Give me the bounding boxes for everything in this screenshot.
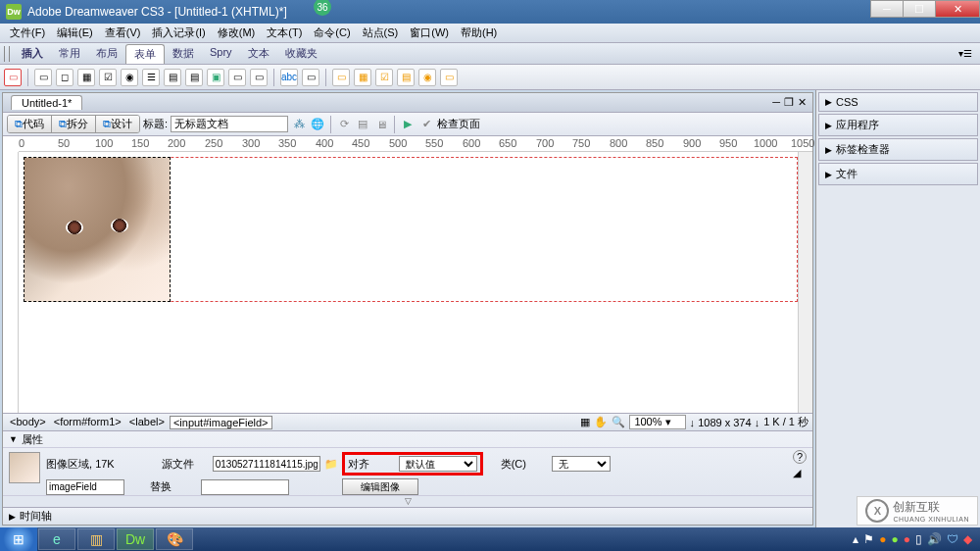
image-field-selected[interactable] — [24, 157, 171, 302]
properties-header[interactable]: ▼ 属性 — [3, 431, 812, 448]
image-icon[interactable]: ▣ — [207, 69, 224, 86]
view-code-button[interactable]: ⧉代码 — [8, 116, 52, 132]
check-page-label[interactable]: 检查页面 — [437, 117, 480, 131]
spry5-icon[interactable]: ◉ — [418, 69, 436, 86]
visual-icon[interactable]: ▶ — [400, 117, 416, 132]
design-canvas[interactable] — [3, 152, 812, 413]
menu-help[interactable]: 帮助(H) — [455, 25, 503, 40]
radio-icon[interactable]: ◉ — [121, 69, 138, 86]
radiogroup-icon[interactable]: ☰ — [142, 69, 160, 86]
task-paint-icon[interactable]: 🎨 — [156, 528, 193, 550]
tray-c-icon[interactable]: ● — [904, 532, 910, 546]
doc-minimize-icon[interactable]: ─ — [772, 96, 780, 109]
notification-badge[interactable]: 36 — [314, 0, 331, 16]
minimize-button[interactable]: ─ — [870, 0, 904, 18]
tray-safe-icon[interactable]: 🛡 — [947, 532, 958, 546]
menu-modify[interactable]: 修改(M) — [212, 25, 262, 40]
folder-icon[interactable]: 📁 — [324, 458, 338, 471]
tray-b-icon[interactable]: ● — [892, 532, 899, 546]
panel-css[interactable]: ▶CSS — [818, 92, 978, 112]
zoom-tool-icon[interactable]: 🔍 — [612, 416, 625, 428]
task-dreamweaver-icon[interactable]: Dw — [117, 528, 154, 550]
name-input[interactable] — [46, 479, 124, 495]
tray-g-icon[interactable]: ◆ — [963, 532, 972, 546]
task-explorer-icon[interactable]: ▥ — [77, 528, 115, 550]
timeline-collapse-icon[interactable]: ▶ — [9, 512, 16, 522]
refresh-icon[interactable]: ⟳ — [336, 117, 352, 132]
tag-form[interactable]: <form#form1> — [51, 416, 124, 429]
task-ie-icon[interactable]: e — [38, 528, 75, 550]
close-button[interactable]: ✕ — [935, 0, 980, 18]
view-design-button[interactable]: ⧉设计 — [96, 116, 139, 132]
collapse-icon[interactable]: ▼ — [9, 434, 18, 444]
align-select[interactable]: 默认值 — [399, 456, 477, 472]
file-icon[interactable]: ▭ — [228, 69, 246, 86]
tray-vol-icon[interactable]: 🔊 — [927, 532, 942, 546]
view-split-button[interactable]: ⧉拆分 — [52, 116, 96, 132]
insert-tab-forms[interactable]: 表单 — [125, 44, 165, 64]
panel-files[interactable]: ▶文件 — [818, 163, 978, 185]
spry6-icon[interactable]: ▭ — [440, 69, 458, 86]
file-mgmt-icon[interactable]: ▤ — [355, 117, 370, 132]
tag-input[interactable]: <input#imageField> — [170, 416, 272, 429]
hand-tool-icon[interactable]: ✋ — [594, 416, 608, 428]
hidden-icon[interactable]: ◻ — [56, 69, 74, 86]
menu-window[interactable]: 窗口(W) — [404, 25, 455, 40]
insert-tab-data[interactable]: 数据 — [165, 44, 202, 64]
jump-icon[interactable]: ▤ — [185, 69, 203, 86]
menu-text[interactable]: 文本(T) — [261, 25, 308, 40]
select-tool-icon[interactable]: ▦ — [580, 416, 590, 428]
spry1-icon[interactable]: ▭ — [332, 69, 350, 86]
menu-edit[interactable]: 编辑(E) — [51, 25, 99, 40]
help-icon[interactable]: ? — [793, 450, 807, 464]
menu-insert[interactable]: 插入记录(I) — [146, 25, 211, 40]
ut-icon[interactable]: ⁂ — [291, 117, 307, 132]
vertical-scrollbar[interactable] — [798, 152, 812, 413]
fieldset-icon[interactable]: ▭ — [302, 69, 319, 86]
tray-net-icon[interactable]: ▯ — [915, 532, 922, 546]
list-icon[interactable]: ▤ — [164, 69, 181, 86]
src-input[interactable] — [213, 456, 320, 472]
start-button[interactable]: ⊞ — [0, 527, 37, 551]
globe-icon[interactable]: 🌐 — [310, 117, 325, 132]
tag-body[interactable]: <body> — [7, 416, 49, 429]
checkbox-icon[interactable]: ☑ — [99, 69, 117, 86]
alt-input[interactable] — [201, 479, 289, 495]
tag-label[interactable]: <label> — [126, 416, 168, 429]
timeline-panel[interactable]: ▶ 时间轴 — [3, 507, 812, 525]
panel-app[interactable]: ▶应用程序 — [818, 114, 978, 136]
quick-tag-icon[interactable]: ◢ — [793, 467, 807, 479]
insert-tab-layout[interactable]: 布局 — [88, 44, 125, 64]
validate-icon[interactable]: ✔ — [418, 117, 434, 132]
textfield-icon[interactable]: ▭ — [34, 69, 52, 86]
drag-handle-icon[interactable] — [4, 46, 10, 62]
tray-a-icon[interactable]: ● — [879, 532, 886, 546]
insert-tab-text[interactable]: 文本 — [240, 44, 277, 64]
insert-tab-spry[interactable]: Spry — [202, 44, 240, 64]
document-tab[interactable]: Untitled-1* — [11, 95, 82, 110]
insert-tab-common[interactable]: 常用 — [51, 44, 88, 64]
edit-image-button[interactable]: 编辑图像 — [342, 478, 418, 495]
doc-restore-icon[interactable]: ❐ — [784, 96, 794, 109]
textarea-icon[interactable]: ▦ — [77, 69, 95, 86]
button-icon[interactable]: ▭ — [250, 69, 268, 86]
spry4-icon[interactable]: ▤ — [397, 69, 415, 86]
spry2-icon[interactable]: ▦ — [354, 69, 371, 86]
tray-flag-icon[interactable]: ⚑ — [863, 532, 874, 546]
doc-close-icon[interactable]: ✕ — [798, 96, 807, 109]
menu-site[interactable]: 站点(S) — [357, 25, 405, 40]
zoom-select[interactable]: 100% ▾ — [629, 415, 685, 429]
title-input[interactable] — [171, 116, 288, 132]
class-select[interactable]: 无 — [552, 456, 611, 472]
form-icon[interactable]: ▭ — [4, 69, 22, 86]
menu-file[interactable]: 文件(F) — [4, 25, 51, 40]
maximize-button[interactable]: ☐ — [903, 0, 936, 18]
panel-tag-inspector[interactable]: ▶标签检查器 — [818, 138, 978, 161]
spry3-icon[interactable]: ☑ — [375, 69, 393, 86]
insert-menu-icon[interactable]: ▾☰ — [958, 48, 972, 59]
tray-up-icon[interactable]: ▴ — [853, 532, 858, 546]
menu-commands[interactable]: 命令(C) — [308, 25, 356, 40]
label-icon[interactable]: abc — [280, 69, 298, 86]
menu-view[interactable]: 查看(V) — [99, 25, 147, 40]
insert-tab-fav[interactable]: 收藏夹 — [277, 44, 325, 64]
